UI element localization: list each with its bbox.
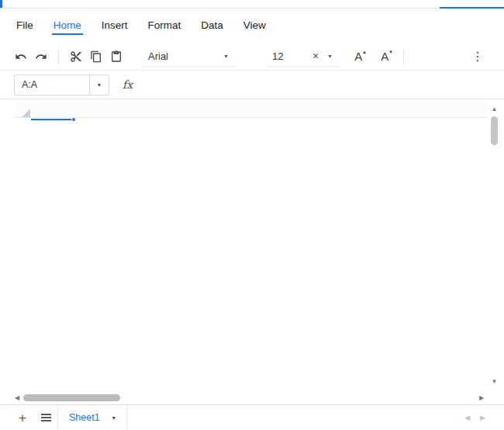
toolbar: Arial ▼ 12 × ▼ A ▴ A ▾ ⋮ <box>0 43 504 71</box>
scroll-up-button[interactable]: ▲ <box>488 104 500 115</box>
selection-handle[interactable] <box>71 117 76 122</box>
sheet-tab-sheet1[interactable]: Sheet1 ▾ <box>57 405 127 430</box>
toolbar-separator <box>403 49 404 64</box>
menu-item-format[interactable]: Format <box>147 16 183 35</box>
kebab-menu-icon: ⋮ <box>471 49 484 64</box>
chevron-down-icon: ▼ <box>97 82 102 88</box>
cell-reference-dropdown-button[interactable]: ▼ <box>89 75 109 95</box>
font-increase-letter: A <box>354 50 362 62</box>
font-size-decrease-button[interactable]: A ▾ <box>376 47 396 67</box>
scroll-right-button[interactable]: ▶ <box>476 392 487 404</box>
clear-icon[interactable]: × <box>312 50 319 61</box>
scroll-down-button[interactable]: ▼ <box>488 376 500 387</box>
font-family-value: Arial <box>148 50 168 62</box>
font-size-value: 12 <box>272 50 283 62</box>
cut-button[interactable] <box>66 47 86 67</box>
formula-bar: A:A ▼ fx <box>0 71 504 99</box>
scroll-left-button[interactable]: ◀ <box>12 392 22 404</box>
scissors-icon <box>70 50 82 63</box>
menu-item-home[interactable]: Home <box>52 16 83 35</box>
menu-item-data[interactable]: Data <box>199 16 225 35</box>
undo-icon <box>15 50 27 63</box>
menu-item-view[interactable]: View <box>242 16 268 35</box>
sheet-bar: + Sheet1 ▾ ◀ ▶ <box>0 404 504 430</box>
chevron-down-icon[interactable]: ▾ <box>112 414 116 421</box>
grid-canvas[interactable]: ▲ ▼ ◀ ▶ <box>0 99 504 404</box>
cell-reference-box[interactable]: A:A ▼ <box>14 75 109 95</box>
undo-button[interactable] <box>11 47 31 67</box>
copy-button[interactable] <box>86 47 106 67</box>
triangle-up-icon: ▴ <box>363 49 366 55</box>
fx-label: fx <box>123 78 133 91</box>
spreadsheet-app: File Home Insert Format Data View Arial … <box>0 0 504 430</box>
column-header-row[interactable] <box>14 99 487 118</box>
top-left-accent <box>0 0 2 8</box>
menu-item-file[interactable]: File <box>15 16 35 35</box>
font-family-dropdown[interactable]: Arial ▼ <box>142 47 235 67</box>
menubar: File Home Insert Format Data View <box>0 9 504 43</box>
sheet-nav: ◀ ▶ <box>464 414 485 421</box>
redo-button[interactable] <box>31 47 51 67</box>
redo-icon <box>35 50 47 63</box>
plus-icon: + <box>19 411 26 425</box>
paste-icon <box>110 50 123 63</box>
hamburger-icon <box>41 417 51 418</box>
font-size-dropdown[interactable]: 12 × ▼ <box>266 47 339 67</box>
font-size-increase-button[interactable]: A ▴ <box>350 47 370 67</box>
triangle-up-icon: ▲ <box>492 106 498 113</box>
sheet-nav-left-button[interactable]: ◀ <box>464 414 470 421</box>
vertical-scrollbar-thumb[interactable] <box>491 116 498 145</box>
chevron-down-icon: ▼ <box>327 54 333 59</box>
cell-reference-value[interactable]: A:A <box>15 75 89 95</box>
top-edge-strip <box>0 0 504 9</box>
selection-border <box>31 119 74 120</box>
triangle-left-icon: ◀ <box>15 394 19 401</box>
triangle-down-icon: ▼ <box>492 378 498 385</box>
triangle-right-icon: ▶ <box>479 394 484 401</box>
sheet-tab-label: Sheet1 <box>69 412 100 423</box>
chevron-down-icon: ▼ <box>223 54 229 59</box>
triangle-down-icon: ▾ <box>389 49 392 55</box>
sheet-list-button[interactable] <box>36 407 56 428</box>
sheet-nav-right-button[interactable]: ▶ <box>480 414 485 421</box>
horizontal-scrollbar[interactable]: ◀ ▶ <box>12 392 487 404</box>
add-sheet-button[interactable]: + <box>12 407 33 428</box>
paste-button[interactable] <box>106 47 126 67</box>
font-decrease-letter: A <box>381 50 388 62</box>
horizontal-scrollbar-thumb[interactable] <box>23 394 120 401</box>
more-options-button[interactable]: ⋮ <box>468 47 487 67</box>
toolbar-separator <box>58 49 59 64</box>
menu-item-insert[interactable]: Insert <box>100 16 129 35</box>
vertical-scrollbar[interactable]: ▲ ▼ <box>488 104 500 387</box>
copy-icon <box>90 50 102 63</box>
